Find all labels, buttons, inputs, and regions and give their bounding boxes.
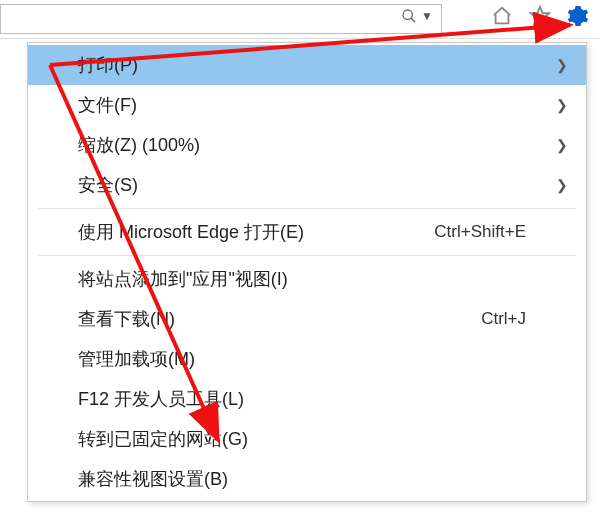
search-icon xyxy=(401,8,417,24)
menu-item-label: 转到已固定的网站(G) xyxy=(78,427,248,451)
menu-item-view-downloads[interactable]: 查看下载(N) Ctrl+J xyxy=(28,299,586,339)
tools-button[interactable] xyxy=(566,4,590,28)
favorites-button[interactable] xyxy=(528,4,552,28)
home-button[interactable] xyxy=(490,4,514,28)
toolbar-icons xyxy=(490,4,590,28)
menu-item-label: F12 开发人员工具(L) xyxy=(78,387,244,411)
tools-menu: 打印(P) ❯ 文件(F) ❯ 缩放(Z) (100%) ❯ 安全(S) ❯ 使… xyxy=(27,42,587,502)
menu-item-open-with-edge[interactable]: 使用 Microsoft Edge 打开(E) Ctrl+Shift+E xyxy=(28,212,586,252)
menu-item-add-site-to-apps[interactable]: 将站点添加到"应用"视图(I) xyxy=(28,259,586,299)
svg-point-0 xyxy=(403,10,412,19)
menu-item-label: 文件(F) xyxy=(78,93,137,117)
chevron-right-icon: ❯ xyxy=(556,137,568,153)
home-icon xyxy=(491,5,513,27)
menu-item-manage-addons[interactable]: 管理加载项(M) xyxy=(28,339,586,379)
chevron-right-icon: ❯ xyxy=(556,177,568,193)
chevron-right-icon: ❯ xyxy=(556,97,568,113)
browser-toolbar: ▼ xyxy=(0,0,600,39)
menu-item-f12-dev-tools[interactable]: F12 开发人员工具(L) xyxy=(28,379,586,419)
gear-icon xyxy=(567,5,589,27)
menu-item-label: 查看下载(N) xyxy=(78,307,175,331)
search-dropdown-glyph[interactable]: ▼ xyxy=(421,9,433,23)
chevron-right-icon: ❯ xyxy=(556,57,568,73)
menu-item-label: 打印(P) xyxy=(78,53,138,77)
search-affordance[interactable]: ▼ xyxy=(401,8,433,24)
menu-item-label: 将站点添加到"应用"视图(I) xyxy=(78,267,288,291)
search-box[interactable]: ▼ xyxy=(0,4,442,34)
menu-item-print[interactable]: 打印(P) ❯ xyxy=(28,45,586,85)
menu-item-goto-pinned-sites[interactable]: 转到已固定的网站(G) xyxy=(28,419,586,459)
menu-item-label: 兼容性视图设置(B) xyxy=(78,467,228,491)
menu-separator xyxy=(38,208,576,209)
menu-separator xyxy=(38,255,576,256)
svg-marker-2 xyxy=(531,7,549,24)
menu-item-shortcut: Ctrl+Shift+E xyxy=(434,222,526,242)
menu-item-label: 管理加载项(M) xyxy=(78,347,195,371)
menu-item-shortcut: Ctrl+J xyxy=(481,309,526,329)
menu-item-label: 缩放(Z) (100%) xyxy=(78,133,200,157)
menu-item-zoom[interactable]: 缩放(Z) (100%) ❯ xyxy=(28,125,586,165)
menu-item-file[interactable]: 文件(F) ❯ xyxy=(28,85,586,125)
svg-line-1 xyxy=(411,18,415,22)
menu-item-label: 安全(S) xyxy=(78,173,138,197)
menu-item-compatibility-view-settings[interactable]: 兼容性视图设置(B) xyxy=(28,459,586,499)
menu-item-label: 使用 Microsoft Edge 打开(E) xyxy=(78,220,304,244)
star-icon xyxy=(529,5,551,27)
menu-item-safety[interactable]: 安全(S) ❯ xyxy=(28,165,586,205)
